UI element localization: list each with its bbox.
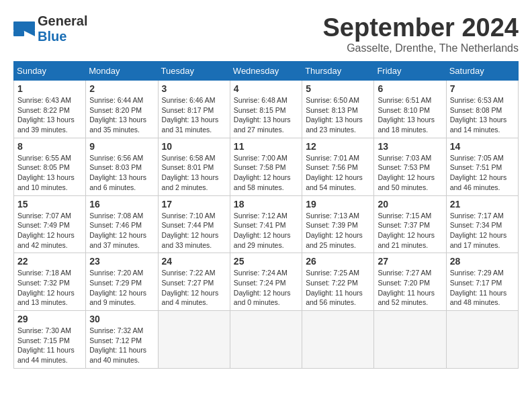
weekday-header: Sunday (14, 62, 86, 81)
calendar-cell: 27Sunrise: 7:27 AM Sunset: 7:20 PM Dayli… (374, 253, 446, 311)
calendar-cell: 22Sunrise: 7:18 AM Sunset: 7:32 PM Dayli… (14, 253, 86, 311)
calendar-cell (230, 311, 302, 369)
calendar-cell: 28Sunrise: 7:29 AM Sunset: 7:17 PM Dayli… (446, 253, 518, 311)
day-number: 4 (234, 83, 298, 94)
calendar-cell: 8Sunrise: 6:55 AM Sunset: 8:05 PM Daylig… (14, 138, 86, 195)
title-area: September 2024 Gasselte, Drenthe, The Ne… (323, 13, 519, 54)
calendar-cell: 2Sunrise: 6:44 AM Sunset: 8:20 PM Daylig… (86, 81, 158, 138)
day-info: Sunrise: 6:56 AM Sunset: 8:03 PM Dayligh… (89, 153, 154, 193)
day-number: 20 (378, 199, 442, 210)
logo-blue: Blue (38, 29, 66, 44)
day-info: Sunrise: 7:10 AM Sunset: 7:44 PM Dayligh… (162, 211, 226, 250)
calendar-cell: 25Sunrise: 7:24 AM Sunset: 7:24 PM Dayli… (230, 253, 302, 311)
calendar-cell: 7Sunrise: 6:53 AM Sunset: 8:08 PM Daylig… (446, 81, 518, 138)
calendar-row: 1Sunrise: 6:43 AM Sunset: 8:22 PM Daylig… (14, 81, 519, 138)
calendar-row: 15Sunrise: 7:07 AM Sunset: 7:49 PM Dayli… (14, 195, 519, 253)
day-number: 3 (162, 83, 226, 94)
day-number: 21 (450, 199, 515, 210)
calendar-cell: 24Sunrise: 7:22 AM Sunset: 7:27 PM Dayli… (158, 253, 230, 311)
day-info: Sunrise: 7:29 AM Sunset: 7:17 PM Dayligh… (450, 268, 515, 308)
svg-rect-0 (13, 21, 35, 31)
day-info: Sunrise: 7:22 AM Sunset: 7:27 PM Dayligh… (162, 268, 226, 308)
day-info: Sunrise: 7:00 AM Sunset: 7:58 PM Dayligh… (234, 153, 298, 193)
calendar-cell: 13Sunrise: 7:03 AM Sunset: 7:53 PM Dayli… (374, 138, 446, 195)
day-number: 7 (450, 83, 515, 94)
calendar-cell: 1Sunrise: 6:43 AM Sunset: 8:22 PM Daylig… (14, 81, 86, 138)
day-info: Sunrise: 7:13 AM Sunset: 7:39 PM Dayligh… (306, 211, 370, 250)
day-info: Sunrise: 6:58 AM Sunset: 8:01 PM Dayligh… (162, 153, 226, 193)
calendar-cell (446, 311, 518, 369)
calendar-cell: 10Sunrise: 6:58 AM Sunset: 8:01 PM Dayli… (158, 138, 230, 195)
day-info: Sunrise: 6:51 AM Sunset: 8:10 PM Dayligh… (378, 95, 442, 135)
day-number: 22 (17, 256, 82, 267)
day-number: 24 (162, 256, 226, 267)
day-number: 30 (89, 314, 154, 324)
logo-general: General (38, 13, 87, 28)
day-info: Sunrise: 7:03 AM Sunset: 7:53 PM Dayligh… (378, 153, 442, 193)
day-number: 25 (234, 256, 298, 267)
calendar-cell: 11Sunrise: 7:00 AM Sunset: 7:58 PM Dayli… (230, 138, 302, 195)
calendar-cell (374, 311, 446, 369)
calendar-cell: 12Sunrise: 7:01 AM Sunset: 7:56 PM Dayli… (302, 138, 374, 195)
day-number: 14 (450, 141, 515, 152)
day-number: 28 (450, 256, 515, 267)
logo-icon (13, 21, 35, 36)
svg-rect-2 (13, 31, 24, 36)
page-header: General Blue September 2024 Gasselte, Dr… (13, 13, 519, 54)
day-info: Sunrise: 6:46 AM Sunset: 8:17 PM Dayligh… (162, 95, 226, 135)
calendar-cell: 6Sunrise: 6:51 AM Sunset: 8:10 PM Daylig… (374, 81, 446, 138)
weekday-header: Wednesday (230, 62, 302, 81)
calendar-cell (158, 311, 230, 369)
day-info: Sunrise: 7:27 AM Sunset: 7:20 PM Dayligh… (378, 268, 442, 308)
calendar-cell: 16Sunrise: 7:08 AM Sunset: 7:46 PM Dayli… (86, 195, 158, 253)
calendar-cell: 18Sunrise: 7:12 AM Sunset: 7:41 PM Dayli… (230, 195, 302, 253)
calendar-cell: 14Sunrise: 7:05 AM Sunset: 7:51 PM Dayli… (446, 138, 518, 195)
calendar-cell: 29Sunrise: 7:30 AM Sunset: 7:15 PM Dayli… (14, 311, 86, 369)
weekday-header: Thursday (302, 62, 374, 81)
day-number: 17 (162, 199, 226, 210)
day-number: 13 (378, 141, 442, 152)
calendar-table: SundayMondayTuesdayWednesdayThursdayFrid… (13, 61, 519, 369)
calendar-cell: 9Sunrise: 6:56 AM Sunset: 8:03 PM Daylig… (86, 138, 158, 195)
day-info: Sunrise: 7:12 AM Sunset: 7:41 PM Dayligh… (234, 211, 298, 250)
calendar-cell: 15Sunrise: 7:07 AM Sunset: 7:49 PM Dayli… (14, 195, 86, 253)
calendar-cell: 20Sunrise: 7:15 AM Sunset: 7:37 PM Dayli… (374, 195, 446, 253)
location: Gasselte, Drenthe, The Netherlands (323, 42, 519, 54)
calendar-cell: 26Sunrise: 7:25 AM Sunset: 7:22 PM Dayli… (302, 253, 374, 311)
day-number: 26 (306, 256, 370, 267)
calendar-cell: 21Sunrise: 7:17 AM Sunset: 7:34 PM Dayli… (446, 195, 518, 253)
day-number: 18 (234, 199, 298, 210)
day-info: Sunrise: 7:17 AM Sunset: 7:34 PM Dayligh… (450, 211, 515, 250)
day-info: Sunrise: 7:25 AM Sunset: 7:22 PM Dayligh… (306, 268, 370, 308)
day-number: 15 (17, 199, 82, 210)
day-number: 8 (17, 141, 82, 152)
weekday-header: Tuesday (158, 62, 230, 81)
day-number: 11 (234, 141, 298, 152)
day-info: Sunrise: 7:30 AM Sunset: 7:15 PM Dayligh… (17, 326, 82, 365)
calendar-cell: 4Sunrise: 6:48 AM Sunset: 8:15 PM Daylig… (230, 81, 302, 138)
day-info: Sunrise: 6:55 AM Sunset: 8:05 PM Dayligh… (17, 153, 82, 193)
calendar-cell: 23Sunrise: 7:20 AM Sunset: 7:29 PM Dayli… (86, 253, 158, 311)
day-info: Sunrise: 7:08 AM Sunset: 7:46 PM Dayligh… (89, 211, 154, 250)
calendar-cell (302, 311, 374, 369)
weekday-header: Saturday (446, 62, 518, 81)
day-info: Sunrise: 7:24 AM Sunset: 7:24 PM Dayligh… (234, 268, 298, 308)
calendar-cell: 5Sunrise: 6:50 AM Sunset: 8:13 PM Daylig… (302, 81, 374, 138)
day-info: Sunrise: 7:18 AM Sunset: 7:32 PM Dayligh… (17, 268, 82, 308)
day-info: Sunrise: 7:01 AM Sunset: 7:56 PM Dayligh… (306, 153, 370, 193)
day-info: Sunrise: 7:20 AM Sunset: 7:29 PM Dayligh… (89, 268, 154, 308)
day-info: Sunrise: 6:44 AM Sunset: 8:20 PM Dayligh… (89, 95, 154, 135)
calendar-cell: 17Sunrise: 7:10 AM Sunset: 7:44 PM Dayli… (158, 195, 230, 253)
logo: General Blue (13, 13, 87, 44)
day-number: 29 (17, 314, 82, 324)
day-number: 2 (89, 83, 154, 94)
svg-marker-1 (24, 31, 35, 36)
day-info: Sunrise: 7:05 AM Sunset: 7:51 PM Dayligh… (450, 153, 515, 193)
calendar-row: 22Sunrise: 7:18 AM Sunset: 7:32 PM Dayli… (14, 253, 519, 311)
day-number: 10 (162, 141, 226, 152)
day-info: Sunrise: 7:07 AM Sunset: 7:49 PM Dayligh… (17, 211, 82, 250)
day-number: 1 (17, 83, 82, 94)
day-number: 16 (89, 199, 154, 210)
day-info: Sunrise: 6:50 AM Sunset: 8:13 PM Dayligh… (306, 95, 370, 135)
day-info: Sunrise: 7:32 AM Sunset: 7:12 PM Dayligh… (89, 326, 154, 365)
